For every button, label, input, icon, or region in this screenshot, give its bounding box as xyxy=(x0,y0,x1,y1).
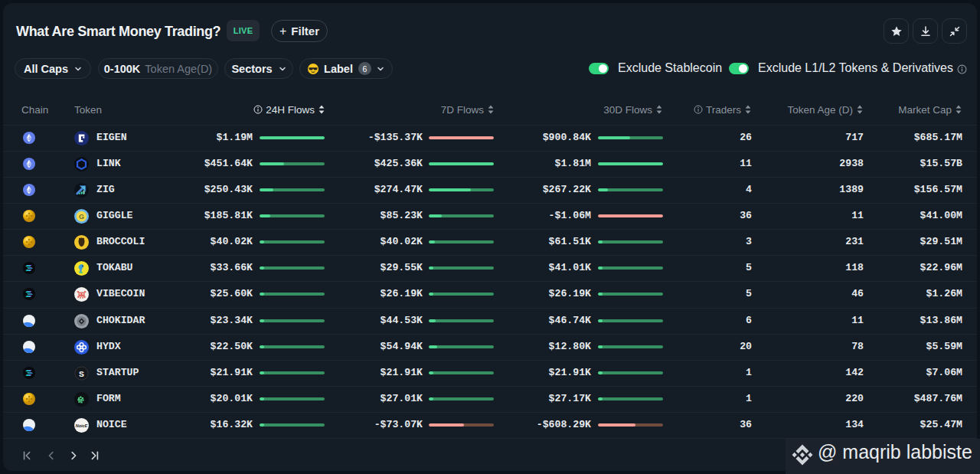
svg-text:G: G xyxy=(79,213,84,221)
svg-text:NoicE: NoicE xyxy=(76,423,88,427)
svg-text:S: S xyxy=(79,368,84,378)
